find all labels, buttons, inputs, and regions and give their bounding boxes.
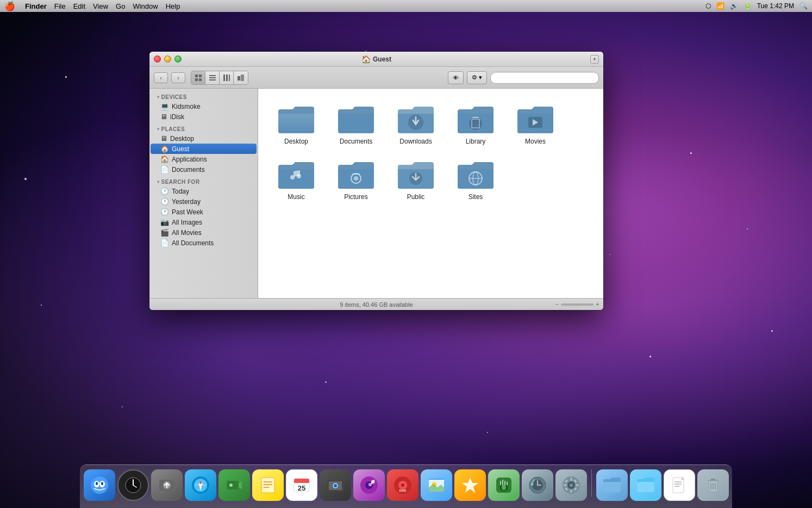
sidebar-item-all-movies-label: All Movies <box>172 229 202 237</box>
dock-icon-folder1 <box>596 469 628 501</box>
dock-item-trash[interactable] <box>697 469 729 501</box>
dock-item-clock[interactable] <box>117 469 149 501</box>
svg-point-71 <box>502 485 506 490</box>
gear-icon: ⚙ <box>472 74 477 81</box>
back-button[interactable]: ‹ <box>154 72 168 83</box>
sidebar-item-desktop[interactable]: 🖥 Desktop <box>149 133 258 144</box>
dock-item-itunes[interactable] <box>353 469 385 501</box>
file-item-movies[interactable]: Movies <box>508 100 563 150</box>
all-images-icon: 📷 <box>160 218 169 226</box>
dock-item-timemachine[interactable] <box>522 469 553 501</box>
svg-rect-4 <box>209 75 216 76</box>
menubar-view[interactable]: View <box>93 2 108 10</box>
dock-item-syspref[interactable] <box>555 469 587 501</box>
svg-rect-5 <box>209 77 216 78</box>
sidebar-section-places: ▾ PLACES <box>149 124 258 133</box>
past-week-icon: 🕐 <box>160 208 169 216</box>
all-documents-icon: 📄 <box>160 239 169 247</box>
dock-item-facetime[interactable] <box>218 469 250 501</box>
forward-button[interactable]: › <box>171 72 185 83</box>
file-item-documents[interactable]: Documents <box>329 100 383 150</box>
dock-item-safari[interactable] <box>185 469 216 501</box>
titlebar: 🏠 Guest + <box>149 52 603 67</box>
quick-look-button[interactable]: 👁 <box>448 71 464 84</box>
file-item-sites[interactable]: Sites <box>448 155 503 205</box>
dock-item-reeder[interactable] <box>454 469 486 501</box>
column-view-button[interactable] <box>220 71 234 84</box>
dock-item-folder2[interactable] <box>630 469 661 501</box>
file-item-desktop[interactable]: Desktop <box>269 100 323 150</box>
dock-item-notes[interactable] <box>252 469 284 501</box>
minimize-button[interactable] <box>164 55 171 63</box>
file-item-pictures[interactable]: Pictures <box>329 155 383 205</box>
icon-view-button[interactable] <box>191 71 205 84</box>
menubar-finder[interactable]: Finder <box>25 2 47 10</box>
dock-icon-dvd: DVD <box>387 469 419 501</box>
menubar-go[interactable]: Go <box>116 2 125 10</box>
svg-rect-11 <box>241 75 244 81</box>
menubar-help[interactable]: Help <box>166 2 180 10</box>
zoom-slider[interactable] <box>561 303 594 306</box>
svg-rect-3 <box>199 78 202 81</box>
sidebar-item-kidsmoke-label: Kidsmoke <box>172 103 201 110</box>
menubar-search[interactable]: 🔍 <box>799 2 808 10</box>
sidebar-item-yesterday[interactable]: 🕐 Yesterday <box>149 196 258 207</box>
action-button[interactable]: ⚙ ▾ <box>467 71 487 84</box>
dock-item-iphoto[interactable] <box>421 469 452 501</box>
dock-icon-iphoto <box>421 469 452 501</box>
menubar-clock: Tue 1:42 PM <box>757 2 794 10</box>
search-input[interactable] <box>490 72 599 84</box>
sidebar-item-guest[interactable]: 🏠 Guest <box>151 144 257 154</box>
svg-rect-100 <box>711 479 715 480</box>
sidebar-item-kidsmoke[interactable]: 💻 Kidsmoke <box>149 101 258 111</box>
coverflow-view-button[interactable] <box>234 71 248 84</box>
sidebar-item-all-images[interactable]: 📷 All Images <box>149 217 258 227</box>
svg-rect-2 <box>195 78 198 81</box>
file-item-library[interactable]: Library <box>448 100 503 150</box>
dock-item-photo[interactable] <box>320 469 351 501</box>
documents-sidebar-icon: 📄 <box>160 165 169 174</box>
dock-separator <box>591 469 592 497</box>
file-item-public[interactable]: Public <box>389 155 443 205</box>
maximize-button[interactable] <box>174 55 182 63</box>
svg-rect-22 <box>352 174 360 175</box>
apple-menu[interactable]: 🍎 <box>4 1 15 11</box>
sidebar-item-today[interactable]: 🕐 Today <box>149 186 258 196</box>
dock-item-finder[interactable] <box>84 469 115 501</box>
sidebar-item-applications[interactable]: 🏠 Applications <box>149 154 258 164</box>
main-area: ▾ DEVICES 💻 Kidsmoke 🖥 iDisk ▾ PLACES 🖥 … <box>149 89 603 298</box>
dock-item-migrate[interactable] <box>151 469 183 501</box>
dock-icon-finder <box>84 469 115 501</box>
sidebar-item-documents[interactable]: 📄 Documents <box>149 164 258 175</box>
list-view-button[interactable] <box>205 71 220 84</box>
file-label-pictures: Pictures <box>344 193 367 201</box>
file-grid: Desktop Documents <box>258 89 603 298</box>
sidebar-item-past-week[interactable]: 🕐 Past Week <box>149 207 258 217</box>
sidebar-item-today-label: Today <box>172 188 189 195</box>
sidebar-item-all-movies[interactable]: 🎬 All Movies <box>149 227 258 238</box>
svg-point-18 <box>290 175 295 179</box>
svg-point-21 <box>354 176 358 181</box>
sidebar-item-idisk[interactable]: 🖥 iDisk <box>149 111 258 122</box>
menubar-window[interactable]: Window <box>133 2 158 10</box>
file-item-downloads[interactable]: Downloads <box>389 100 443 150</box>
sidebar-item-all-documents[interactable]: 📄 All Documents <box>149 238 258 248</box>
dock-item-garageband[interactable] <box>488 469 520 501</box>
dock-icon-photo <box>320 469 351 501</box>
collapse-button[interactable]: + <box>590 55 599 64</box>
file-item-music[interactable]: Music <box>269 155 323 205</box>
dock-item-dvd[interactable]: DVD <box>387 469 419 501</box>
menubar-edit[interactable]: Edit <box>73 2 85 10</box>
toolbar: ‹ › 👁 ⚙ ▾ 🔍 <box>149 67 603 89</box>
dock-item-textfile[interactable] <box>664 469 695 501</box>
dock-icon-reeder <box>454 469 486 501</box>
dock-icon-textfile <box>664 469 695 501</box>
svg-point-27 <box>91 476 108 494</box>
title-home-icon: 🏠 <box>361 55 371 64</box>
dock-item-calendar[interactable]: 25 <box>286 469 317 501</box>
menubar-file[interactable]: File <box>54 2 66 10</box>
dock-item-folder1[interactable] <box>596 469 628 501</box>
close-button[interactable] <box>154 55 161 63</box>
svg-rect-1 <box>199 75 202 77</box>
dock-icon-facetime <box>218 469 250 501</box>
